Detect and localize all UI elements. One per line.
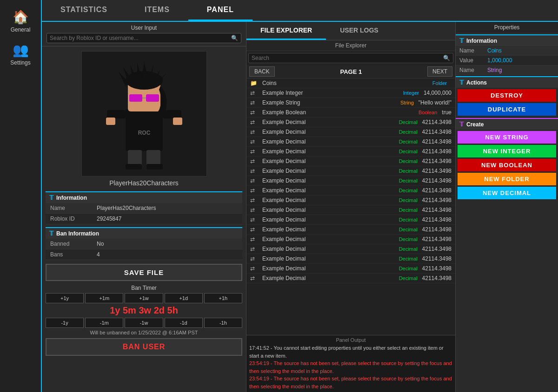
minus-1d-button[interactable]: -1d (165, 318, 203, 328)
list-item[interactable]: 📁 Coins Folder (246, 78, 455, 88)
main-area: STATISTICS ITEMS PANEL User Input 🔍 (42, 0, 558, 392)
panel-tabs: FILE EXPLORER USER LOGS (246, 22, 455, 40)
minus-1w-button[interactable]: -1w (125, 318, 163, 328)
info-key: Name (46, 203, 92, 214)
right-panel: Properties 𝕋 Information Name Coins Valu… (456, 22, 558, 392)
new-folder-button[interactable]: NEW FOLDER (458, 173, 556, 185)
list-item[interactable]: ⇄ Example Integer Integer 14,000,000 (246, 88, 455, 98)
plus-1m-button[interactable]: +1m (85, 293, 123, 303)
plus-1h-button[interactable]: +1h (204, 293, 242, 303)
list-item[interactable]: ⇄ Example Decimal Decimal 42114.3498 (246, 264, 455, 274)
plus-1d-button[interactable]: +1d (165, 293, 203, 303)
list-item[interactable]: ⇄ Example Decimal Decimal 42114.3498 (246, 274, 455, 283)
svg-rect-11 (129, 94, 142, 102)
sidebar-item-settings[interactable]: 👥 Settings (0, 38, 41, 71)
list-item[interactable]: ⇄ Example Decimal Decimal 42114.3498 (246, 166, 455, 176)
list-item[interactable]: ⇄ Example Decimal Decimal 42114.3498 (246, 147, 455, 157)
table-row: Banned No (46, 239, 242, 249)
item-value: 14,000,000 (424, 90, 452, 96)
list-item[interactable]: ⇄ Example Decimal Decimal 42114.3498 (246, 215, 455, 225)
save-file-button[interactable]: SAVE FILE (46, 264, 242, 281)
tab-user-logs[interactable]: USER LOGS (326, 22, 392, 40)
output-line: 17:41:52 - You cannot start editing prop… (249, 344, 452, 359)
item-icon: ⇄ (250, 148, 259, 155)
panel-output-label: Panel Output (249, 337, 452, 343)
back-button[interactable]: BACK (249, 66, 275, 77)
prop-key: Name (456, 65, 484, 75)
list-item[interactable]: ⇄ Example Decimal Decimal 42114.3498 (246, 235, 455, 244)
list-item[interactable]: ⇄ Example Decimal Decimal 42114.3498 (246, 225, 455, 235)
svg-rect-12 (146, 94, 159, 102)
item-value: 42114.3498 (422, 236, 452, 242)
item-name: Example Decimal (262, 187, 385, 194)
item-icon: ⇄ (250, 177, 259, 184)
t-icon-ban: 𝕋 (49, 230, 53, 237)
list-item[interactable]: ⇄ Example Decimal Decimal 42114.3498 (246, 186, 455, 196)
item-type: Decimal (385, 275, 418, 281)
next-button[interactable]: NEXT (427, 66, 452, 77)
item-name: Example Decimal (262, 236, 385, 242)
folder-icon: 📁 (250, 80, 259, 86)
tab-panel[interactable]: PANEL (188, 0, 252, 21)
list-item[interactable]: ⇄ Example Decimal Decimal 42114.3498 (246, 205, 455, 215)
item-name: Example Decimal (262, 265, 385, 272)
actions-section: 𝕋 Actions DESTROY DUPLICATE (456, 75, 558, 117)
list-item[interactable]: ⇄ Example Decimal Decimal 42114.3498 (246, 244, 455, 254)
new-string-button[interactable]: NEW STRING (458, 131, 556, 144)
svg-text:ROC: ROC (138, 130, 150, 136)
table-row: Name Coins (456, 46, 558, 56)
middle-panel: FILE EXPLORER USER LOGS File Explorer 🔍 … (246, 22, 456, 392)
fe-search-input[interactable] (252, 55, 440, 61)
player-name: PlayerHas20Characters (46, 179, 241, 187)
item-name: Example Decimal (262, 148, 385, 155)
item-value: 42114.3498 (422, 216, 452, 223)
item-type: Decimal (385, 178, 418, 183)
plus-1w-button[interactable]: +1w (125, 293, 163, 303)
new-boolean-button[interactable]: NEW BOOLEAN (458, 159, 556, 171)
minus-1m-button[interactable]: -1m (85, 318, 123, 328)
minus-1y-button[interactable]: -1y (46, 318, 84, 328)
minus-1h-button[interactable]: -1h (204, 318, 242, 328)
item-name: Example Decimal (262, 275, 385, 281)
output-line: 23:54:19 - The source has not been set, … (249, 359, 452, 375)
tab-items[interactable]: ITEMS (126, 0, 188, 21)
bans-key: Bans (46, 249, 92, 260)
sidebar-item-general[interactable]: 🏠 General (0, 5, 41, 38)
ban-timer-label: Ban Timer (46, 285, 242, 291)
list-item[interactable]: ⇄ Example Decimal Decimal 42114.3498 (246, 196, 455, 205)
svg-marker-7 (142, 62, 148, 78)
prop-key: Name (456, 46, 484, 56)
duplicate-button[interactable]: DUPLICATE (458, 103, 556, 116)
list-item[interactable]: ⇄ Example Decimal Decimal 42114.3498 (246, 157, 455, 166)
avatar-container: ROC PlayerHas20Characters (42, 46, 246, 191)
new-decimal-button[interactable]: NEW DECIMAL (458, 187, 556, 199)
list-item[interactable]: ⇄ Example Decimal Decimal 42114.3498 (246, 176, 455, 186)
item-value: 42114.3498 (422, 265, 452, 272)
content-area: User Input 🔍 (42, 22, 558, 392)
tab-statistics[interactable]: STATISTICS (42, 0, 126, 21)
page-indicator: PAGE 1 (340, 68, 362, 75)
tab-file-explorer[interactable]: FILE EXPLORER (246, 22, 326, 40)
item-icon: ⇄ (250, 99, 259, 106)
prop-value: 1,000,000 (484, 56, 558, 65)
search-input[interactable] (50, 35, 231, 41)
item-name: Example Boolean (262, 109, 405, 116)
item-type: Folder (414, 80, 447, 86)
item-icon: ⇄ (250, 216, 259, 223)
plus-1y-button[interactable]: +1y (46, 293, 84, 303)
destroy-button[interactable]: DESTROY (458, 89, 556, 102)
item-name: Example Decimal (262, 168, 385, 174)
item-icon: ⇄ (250, 119, 259, 125)
list-item[interactable]: ⇄ Example Decimal Decimal 42114.3498 (246, 118, 455, 127)
list-item[interactable]: ⇄ Example Decimal Decimal 42114.3498 (246, 127, 455, 137)
list-item[interactable]: ⇄ Example Decimal Decimal 42114.3498 (246, 254, 455, 264)
ban-information-header: 𝕋 Ban Information (46, 227, 242, 239)
list-item[interactable]: ⇄ Example Decimal Decimal 42114.3498 (246, 137, 455, 147)
ban-user-button[interactable]: BAN USER (46, 338, 242, 356)
new-integer-button[interactable]: NEW INTEGER (458, 145, 556, 157)
item-type: Decimal (385, 266, 418, 271)
t-icon-create: 𝕋 (459, 121, 464, 128)
list-item[interactable]: ⇄ Example String String "Hello world!" (246, 98, 455, 108)
list-item[interactable]: ⇄ Example Boolean Boolean true (246, 108, 455, 118)
item-icon: ⇄ (250, 275, 259, 281)
